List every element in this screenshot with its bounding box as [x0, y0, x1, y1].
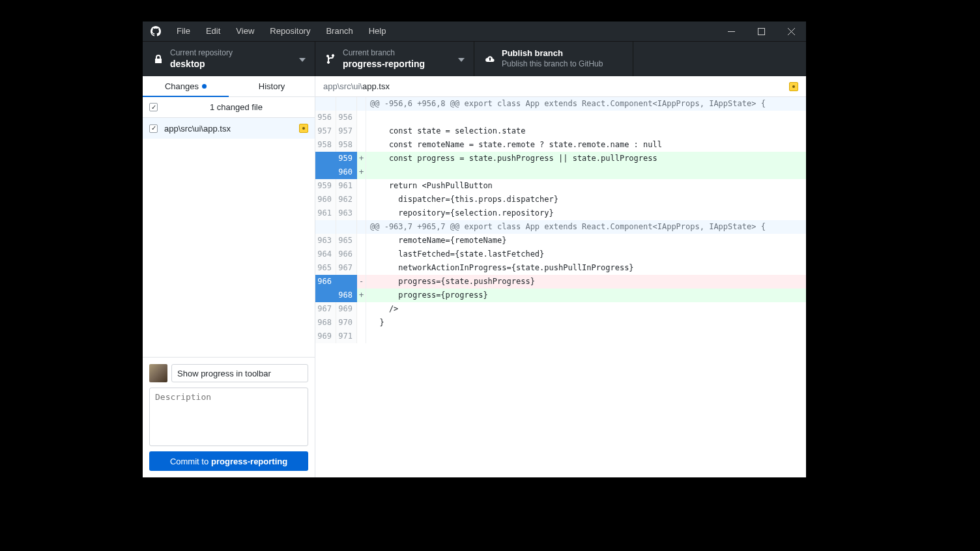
diff-line[interactable]: 967969 /> [315, 302, 806, 316]
diff-line[interactable]: 956956 [315, 111, 806, 124]
line-code: } [366, 316, 806, 330]
window-controls [716, 21, 806, 41]
line-marker: + [357, 289, 366, 302]
line-marker: + [357, 152, 366, 165]
diff-line[interactable]: 964966 lastFetched={state.lastFetched} [315, 247, 806, 261]
commit-form: Commit to progress-reporting [143, 357, 315, 477]
diff-body[interactable]: @@ -956,6 +956,8 @@ export class App ext… [315, 97, 806, 477]
commit-button[interactable]: Commit to progress-reporting [149, 451, 308, 471]
chevron-down-icon [458, 54, 465, 64]
file-row[interactable]: app\src\ui\app.tsx [143, 118, 315, 139]
line-old: 966 [315, 275, 336, 289]
line-old [315, 165, 336, 179]
svg-rect-0 [758, 28, 764, 35]
diff-line[interactable]: 957957 const state = selection.state [315, 124, 806, 138]
commit-description-input[interactable] [149, 388, 308, 446]
menu-item-help[interactable]: Help [361, 21, 394, 41]
diff-line[interactable]: 965967 networkActionInProgress={state.pu… [315, 261, 806, 275]
line-old [315, 289, 336, 302]
diff-line[interactable]: 969971 [315, 330, 806, 343]
branch-label: Current branch [343, 48, 425, 59]
diff-line[interactable]: 959961 return <PushPullButton [315, 179, 806, 193]
commit-summary-input[interactable] [171, 364, 308, 382]
sidebar: Changes History 1 changed file app\src\u… [143, 76, 315, 477]
line-new: 958 [336, 138, 357, 152]
menu-item-edit[interactable]: Edit [198, 21, 228, 41]
line-old [315, 97, 336, 111]
diff-line[interactable]: @@ -956,6 +956,8 @@ export class App ext… [315, 97, 806, 111]
line-code: repository={selection.repository} [366, 206, 806, 220]
line-new: 969 [336, 302, 357, 316]
diff-line[interactable]: 960+ [315, 165, 806, 179]
line-marker [357, 247, 366, 261]
diff-dir: app\src\ui\ [323, 81, 362, 91]
diff-line[interactable]: 968+ progress={progress} [315, 289, 806, 302]
diff-line[interactable]: 963965 remoteName={remoteName} [315, 234, 806, 247]
tab-changes[interactable]: Changes [143, 76, 229, 97]
tab-changes-label: Changes [165, 81, 199, 91]
line-code [366, 111, 806, 124]
line-code: return <PushPullButton [366, 179, 806, 193]
diff-line[interactable]: 960962 dispatcher={this.props.dispatcher… [315, 193, 806, 206]
diff-line[interactable]: 968970 } [315, 316, 806, 330]
line-code: const progress = state.pushProgress || s… [366, 152, 806, 165]
line-code: @@ -956,6 +956,8 @@ export class App ext… [366, 97, 806, 111]
diff-view: app\src\ui\app.tsx @@ -956,6 +956,8 @@ e… [315, 76, 806, 477]
line-marker [357, 261, 366, 275]
diff-line[interactable]: 961963 repository={selection.repository} [315, 206, 806, 220]
minimize-button[interactable] [716, 21, 746, 41]
line-new: 961 [336, 179, 357, 193]
line-marker [357, 234, 366, 247]
line-code: remoteName={remoteName} [366, 234, 806, 247]
line-old: 968 [315, 316, 336, 330]
line-new: 965 [336, 234, 357, 247]
line-old: 956 [315, 111, 336, 124]
select-all-checkbox[interactable] [149, 103, 158, 111]
line-code [366, 165, 806, 179]
tab-history[interactable]: History [229, 76, 315, 97]
line-marker [357, 138, 366, 152]
file-path: app\src\ui\app.tsx [164, 124, 231, 134]
line-new: 962 [336, 193, 357, 206]
maximize-button[interactable] [746, 21, 776, 41]
diff-line[interactable]: 958958 const remoteName = state.remote ?… [315, 138, 806, 152]
lock-icon [149, 54, 167, 64]
diff-line[interactable]: @@ -963,7 +965,7 @@ export class App ext… [315, 220, 806, 234]
toolbar: Current repository desktop Current branc… [143, 41, 806, 76]
line-marker [357, 179, 366, 193]
tab-history-label: History [259, 81, 285, 91]
line-old: 957 [315, 124, 336, 138]
line-code: networkActionInProgress={state.pushPullI… [366, 261, 806, 275]
commit-btn-prefix: Commit to [170, 457, 209, 466]
branch-icon [322, 54, 340, 64]
line-new: 967 [336, 261, 357, 275]
line-new [336, 275, 357, 289]
line-marker: - [357, 275, 366, 289]
publish-button[interactable]: Publish branch Publish this branch to Gi… [474, 42, 633, 76]
branch-value: progress-reporting [343, 58, 425, 70]
line-new: 970 [336, 316, 357, 330]
menu-item-view[interactable]: View [228, 21, 262, 41]
line-marker [357, 302, 366, 316]
chevron-down-icon [299, 54, 306, 64]
line-new [336, 97, 357, 111]
branch-selector[interactable]: Current branch progress-reporting [315, 42, 474, 76]
line-old: 963 [315, 234, 336, 247]
repo-selector[interactable]: Current repository desktop [143, 42, 315, 76]
app-window: File Edit View Repository Branch Help Cu… [143, 21, 806, 477]
menu-item-file[interactable]: File [169, 21, 198, 41]
menu-item-branch[interactable]: Branch [318, 21, 360, 41]
changes-dot-icon [202, 84, 207, 89]
app-logo-icon [143, 26, 169, 36]
diff-line[interactable]: 966- progress={state.pushProgress} [315, 275, 806, 289]
menu-bar: File Edit View Repository Branch Help [169, 21, 394, 41]
line-code: progress={progress} [366, 289, 806, 302]
diff-file: app.tsx [362, 81, 390, 91]
file-checkbox[interactable] [149, 124, 158, 133]
menu-item-repository[interactable]: Repository [262, 21, 318, 41]
modified-badge-icon [299, 124, 308, 133]
diff-line[interactable]: 959+ const progress = state.pushProgress… [315, 152, 806, 165]
line-old: 958 [315, 138, 336, 152]
close-button[interactable] [776, 21, 806, 41]
changed-files-count: 1 changed file [164, 102, 308, 112]
